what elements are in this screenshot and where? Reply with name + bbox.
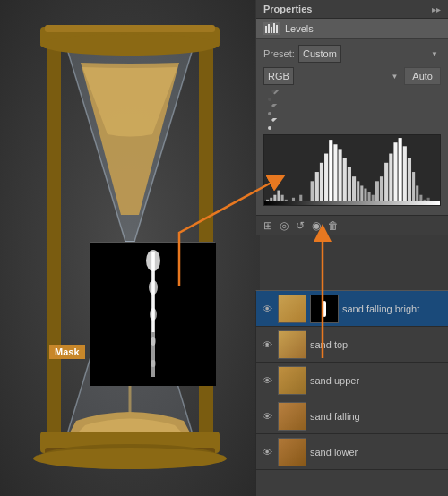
layer-thumbnail [278,402,306,431]
svg-point-18 [151,360,156,367]
levels-header: Levels [256,19,448,39]
svg-rect-62 [399,138,402,205]
svg-rect-24 [273,23,275,33]
mask-content [90,243,216,386]
mask-panel [90,242,215,385]
svg-rect-51 [352,176,356,205]
levels-icon [263,22,280,35]
mask-label: Mask [49,345,85,359]
svg-rect-47 [333,144,337,205]
svg-point-14 [146,250,160,271]
layer-row[interactable]: 👁sand upper [256,363,448,398]
svg-rect-2 [47,47,61,440]
svg-rect-61 [393,142,397,205]
preset-select-wrapper: Custom [298,45,441,63]
clip-layers-icon[interactable]: ⊞ [263,219,272,232]
layer-thumbnail [278,438,306,466]
layer-row[interactable]: 👁sand falling bright [256,291,448,327]
visibility-icon[interactable]: ◎ [280,219,289,232]
channel-select[interactable]: RGB [263,67,294,85]
svg-rect-60 [389,154,392,205]
layer-name: sand falling [310,411,444,422]
svg-point-27 [268,98,271,101]
svg-rect-29 [271,104,280,107]
layer-name: sand falling bright [342,304,444,314]
svg-rect-49 [343,158,347,205]
histogram-area [263,134,441,206]
layer-eye-icon[interactable]: 👁 [260,373,274,388]
svg-rect-48 [339,149,342,205]
layer-row[interactable]: 👁sand lower [256,434,448,470]
properties-titlebar: Properties ▸▸ [256,0,448,19]
layer-eye-icon[interactable]: 👁 [260,445,274,459]
svg-rect-72 [264,201,440,205]
layer-name: sand lower [310,447,444,458]
svg-point-9 [33,448,227,469]
layer-name: sand upper [310,375,444,386]
svg-point-15 [149,280,158,295]
eyedroppers [263,90,441,131]
channel-row: RGB Auto [263,67,441,85]
levels-title: Levels [285,23,314,34]
svg-rect-23 [271,27,272,33]
svg-rect-65 [412,172,415,205]
layer-row[interactable]: 👁sand falling [256,398,448,434]
svg-rect-58 [380,176,383,205]
svg-rect-1 [45,25,215,32]
preset-label: Preset: [263,48,295,59]
properties-title: Properties [263,4,312,14]
layer-name: sand top [310,339,444,350]
layer-eye-icon[interactable]: 👁 [260,338,274,352]
delete-icon[interactable]: 🗑 [328,219,339,232]
layer-eye-icon[interactable]: 👁 [260,302,274,316]
svg-rect-59 [384,163,388,205]
eyedropper-gray [267,104,441,116]
layer-mask-thumbnail [310,295,339,323]
svg-rect-31 [271,118,280,122]
eyedropper-black [267,90,441,102]
layers-panel: 👁sand falling bright👁sand top👁sand upper… [255,290,448,496]
eyedropper-white [267,118,441,131]
layer-thumbnail [278,330,306,359]
eyedropper-white-icon[interactable] [267,118,280,131]
layer-eye-icon[interactable]: 👁 [260,409,274,423]
svg-rect-44 [320,163,323,205]
eyedropper-gray-icon[interactable] [267,104,280,116]
eyedropper-black-icon[interactable] [267,90,280,102]
svg-point-30 [268,112,271,115]
layer-thumbnail [278,295,306,323]
panel-content: Preset: Custom RGB Auto [256,39,448,215]
preset-row: Preset: Custom [263,45,441,63]
auto-button[interactable]: Auto [404,67,441,85]
svg-point-32 [268,126,271,130]
channel-select-wrapper: RGB [263,67,401,85]
svg-rect-43 [315,172,319,205]
svg-rect-21 [265,26,267,33]
reset-icon[interactable]: ↺ [296,219,305,232]
svg-rect-64 [408,158,411,205]
svg-rect-22 [268,24,270,33]
svg-rect-45 [324,154,328,205]
svg-point-10 [40,34,220,56]
svg-point-16 [150,308,157,321]
svg-rect-50 [348,167,351,205]
svg-rect-46 [329,140,332,205]
layer-thumbnail [278,366,306,395]
svg-rect-63 [403,146,407,205]
svg-point-17 [151,337,156,346]
preset-select[interactable]: Custom [298,45,341,63]
layer-row[interactable]: 👁sand top [256,327,448,363]
eye-icon[interactable]: ◉ [312,219,321,232]
svg-rect-25 [276,25,278,33]
panel-toolbar: ⊞ ◎ ↺ ◉ 🗑 [256,215,448,235]
panel-expand-btn[interactable]: ▸▸ [432,4,441,14]
properties-panel: Properties ▸▸ Levels Preset: Custom RGB [255,0,448,233]
